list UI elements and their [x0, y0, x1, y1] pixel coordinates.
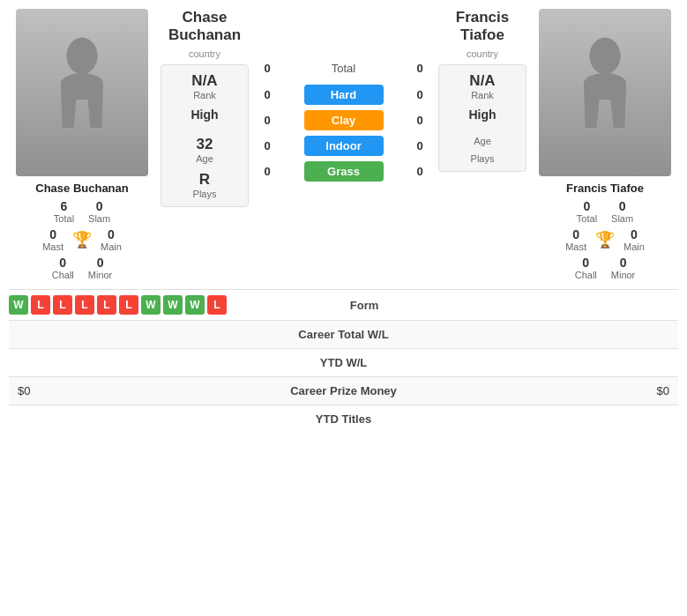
- left-rank-label: Rank: [170, 90, 239, 100]
- career-total-wl-label: Career Total W/L: [123, 328, 564, 341]
- clay-button[interactable]: Clay: [304, 110, 384, 130]
- career-prize-left-val: $0: [18, 384, 123, 397]
- career-prize-label: Career Prize Money: [123, 384, 564, 397]
- left-trophy-icon: 🏆: [72, 230, 92, 249]
- career-total-wl-row: Career Total W/L: [9, 320, 678, 348]
- left-high-val: High: [170, 108, 239, 122]
- right-mast-label: Mast: [565, 241, 586, 252]
- form-badge: W: [9, 295, 28, 315]
- left-indoor-score: 0: [254, 139, 280, 152]
- right-player-silhouette: [570, 35, 640, 150]
- right-slam-val: 0: [611, 199, 633, 213]
- indoor-button[interactable]: Indoor: [304, 136, 384, 156]
- form-badge: W: [163, 295, 183, 315]
- right-total-label: Total: [577, 213, 597, 224]
- ytd-titles-row: YTD Titles: [9, 404, 678, 433]
- form-badge: L: [97, 295, 116, 315]
- right-age-label: Age: [448, 136, 517, 146]
- right-high-val: High: [448, 108, 517, 122]
- form-section: WLLLLLWWWL Form: [9, 289, 678, 320]
- form-badges-container: WLLLLLWWWL: [9, 295, 227, 315]
- left-slam-label: Slam: [88, 213, 110, 224]
- grass-button[interactable]: Grass: [304, 161, 384, 182]
- left-center-name: ChaseBuchanan: [168, 9, 241, 45]
- form-badge: W: [141, 295, 161, 315]
- right-chall-label: Chall: [575, 270, 597, 280]
- form-badge: W: [185, 295, 205, 315]
- left-country-flag: country: [189, 48, 220, 59]
- career-prize-right-val: $0: [564, 384, 669, 397]
- form-badge: L: [31, 295, 50, 315]
- hard-button[interactable]: Hard: [304, 85, 384, 105]
- right-indoor-score: 0: [407, 139, 433, 152]
- left-main-val: 0: [101, 227, 122, 241]
- left-stats-box: N/A Rank High 32 Age R Plays: [161, 64, 249, 207]
- form-label: Form: [227, 299, 502, 312]
- left-chall-label: Chall: [52, 270, 74, 280]
- left-clay-score: 0: [254, 114, 280, 127]
- right-player-photo: [539, 9, 671, 176]
- left-player-photo: [16, 9, 148, 176]
- left-total-label: Total: [54, 213, 74, 224]
- left-mast-val: 0: [42, 227, 63, 241]
- left-high-spacer: [170, 122, 239, 132]
- left-hard-score: 0: [254, 88, 280, 101]
- total-label: Total: [280, 62, 407, 75]
- svg-point-1: [589, 38, 620, 75]
- left-total-score: 0: [254, 62, 280, 75]
- career-prize-row: $0 Career Prize Money $0: [9, 376, 678, 404]
- right-high-spacer: [448, 122, 517, 132]
- form-badge: L: [119, 295, 138, 315]
- left-main-label: Main: [101, 241, 122, 252]
- right-hard-score: 0: [407, 88, 433, 101]
- ytd-wl-row: YTD W/L: [9, 348, 678, 376]
- right-total-val: 0: [577, 199, 597, 213]
- left-rank-val: N/A: [170, 72, 239, 90]
- right-slam-label: Slam: [611, 213, 633, 224]
- left-player-silhouette: [47, 35, 117, 150]
- left-age-label: Age: [170, 153, 239, 164]
- right-chall-val: 0: [575, 256, 597, 270]
- right-trophy-icon: 🏆: [595, 230, 615, 249]
- left-minor-val: 0: [88, 256, 113, 270]
- left-player-name: Chase Buchanan: [35, 182, 128, 195]
- right-main-label: Main: [624, 241, 645, 252]
- right-country-flag: country: [467, 48, 498, 59]
- right-plays-label: Plays: [448, 153, 517, 164]
- left-plays-label: Plays: [170, 189, 239, 199]
- ytd-wl-label: YTD W/L: [123, 356, 564, 369]
- form-badge: L: [53, 295, 72, 315]
- right-player-name: Francis Tiafoe: [566, 182, 644, 195]
- form-badge: L: [207, 295, 227, 315]
- left-total-val: 6: [54, 199, 74, 213]
- left-age-val: 32: [170, 136, 239, 153]
- right-minor-val: 0: [611, 256, 636, 270]
- right-minor-label: Minor: [611, 270, 636, 280]
- left-slam-val: 0: [88, 199, 110, 213]
- right-stats-box: N/A Rank High Age Plays: [438, 64, 526, 172]
- left-plays-val: R: [170, 171, 239, 189]
- ytd-titles-label: YTD Titles: [123, 412, 564, 426]
- left-minor-label: Minor: [88, 270, 113, 280]
- right-mast-val: 0: [565, 227, 586, 241]
- right-center-name: FrancisTiafoe: [456, 9, 509, 45]
- left-mast-label: Mast: [42, 241, 63, 252]
- form-badge: L: [75, 295, 94, 315]
- right-clay-score: 0: [407, 114, 433, 127]
- right-rank-val: N/A: [448, 72, 517, 90]
- right-rank-label: Rank: [448, 90, 517, 100]
- right-total-score: 0: [407, 62, 433, 75]
- left-chall-val: 0: [52, 256, 74, 270]
- right-main-val: 0: [624, 227, 645, 241]
- left-grass-score: 0: [254, 165, 280, 178]
- right-grass-score: 0: [407, 165, 433, 178]
- svg-point-0: [66, 38, 97, 75]
